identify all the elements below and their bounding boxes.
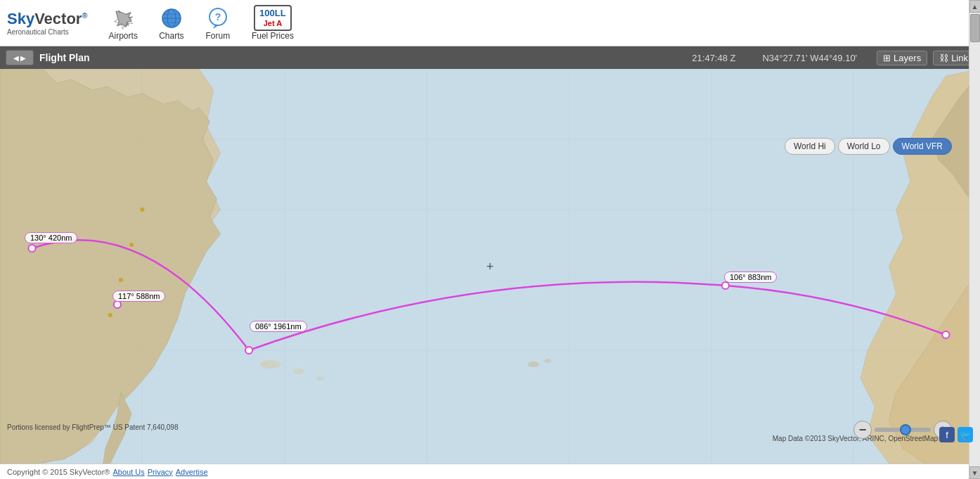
- nav-fuel[interactable]: 100LL Jet A Fuel Prices: [245, 3, 301, 44]
- layers-label: Layers: [894, 53, 921, 63]
- layers-icon: ⊞: [883, 53, 891, 63]
- privacy-link[interactable]: Privacy: [148, 468, 173, 476]
- fp-time: 21:47:48 Z: [692, 53, 735, 63]
- nav-forum[interactable]: ? Forum: [198, 3, 238, 44]
- svg-point-12: [316, 376, 324, 381]
- layer-world-hi-button[interactable]: World Hi: [785, 138, 835, 155]
- zoom-controls: − +: [853, 421, 952, 439]
- flightplan-bar: ◀ ▶ Flight Plan 21:47:48 Z N34°27.71' W4…: [0, 46, 980, 69]
- fuel-top: 100LL: [259, 8, 286, 19]
- nav-fuel-label: Fuel Prices: [252, 31, 294, 41]
- twitter-icon[interactable]: 🐦: [958, 427, 973, 442]
- nav-airports[interactable]: Airports: [102, 3, 145, 44]
- svg-text:?: ?: [215, 11, 221, 23]
- link-label: Link: [951, 53, 968, 63]
- scrollbar-down-button[interactable]: ▼: [969, 466, 981, 479]
- link-icon: ⛓: [939, 53, 948, 63]
- fp-title: Flight Plan: [39, 52, 686, 63]
- zoom-thumb[interactable]: [900, 424, 911, 435]
- nav-forum-label: Forum: [206, 31, 231, 41]
- nav-airports-label: Airports: [109, 31, 138, 41]
- fp-layers-button[interactable]: ⊞ Layers: [877, 51, 927, 65]
- zoom-out-button[interactable]: −: [853, 421, 872, 439]
- svg-point-26: [119, 278, 123, 282]
- nav-charts[interactable]: Charts: [152, 3, 191, 44]
- svg-point-30: [114, 301, 121, 308]
- map-layer-buttons: World Hi World Lo World VFR: [785, 138, 952, 155]
- advertise-link[interactable]: Advertise: [176, 468, 208, 476]
- facebook-icon[interactable]: f: [939, 427, 955, 442]
- logo-sub: Aeronautical Charts: [7, 28, 69, 36]
- fuel-bot: Jet A: [264, 19, 283, 28]
- svg-point-33: [942, 331, 949, 338]
- airplane-icon: [110, 6, 136, 31]
- fp-toggle-button[interactable]: ◀ ▶: [6, 50, 34, 65]
- svg-point-32: [722, 282, 729, 289]
- svg-point-28: [140, 207, 144, 212]
- svg-point-25: [129, 243, 134, 247]
- svg-point-14: [544, 359, 551, 363]
- scrollbar-up-button[interactable]: ▲: [969, 0, 981, 13]
- logo-area: SkyVector® Aeronautical Charts: [7, 10, 88, 36]
- globe-icon: [159, 6, 184, 31]
- logo-vector: Vector: [34, 10, 82, 27]
- svg-point-11: [293, 369, 304, 374]
- layer-world-vfr-button[interactable]: World VFR: [893, 138, 952, 155]
- header: SkyVector® Aeronautical Charts Airports: [0, 0, 980, 46]
- scrollbar: ▲ ▼: [969, 0, 980, 479]
- fuel-badge: 100LL Jet A: [254, 5, 292, 31]
- svg-point-13: [528, 362, 539, 367]
- logo-reg: ®: [82, 11, 87, 20]
- footer: Copyright © 2015 SkyVector® About Us Pri…: [0, 464, 980, 479]
- svg-point-27: [108, 313, 112, 317]
- logo-sky: Sky: [7, 10, 34, 27]
- scrollbar-thumb[interactable]: [970, 14, 980, 42]
- scrollbar-track[interactable]: [969, 13, 980, 466]
- about-us-link[interactable]: About Us: [112, 468, 144, 476]
- map-container[interactable]: 130° 420nm 117° 588nm 086° 1961nm 106° 8…: [0, 69, 980, 464]
- logo-text: SkyVector®: [7, 10, 88, 28]
- footer-copyright: Copyright © 2015 SkyVector®: [7, 468, 110, 476]
- fp-coords: N34°27.71' W44°49.10': [762, 53, 857, 63]
- social-icons: f 🐦: [939, 427, 973, 442]
- fuel-icon: 100LL Jet A: [260, 6, 285, 31]
- forum-icon: ?: [205, 6, 231, 31]
- zoom-slider[interactable]: [875, 428, 931, 432]
- svg-point-31: [245, 347, 252, 354]
- footer-left: Copyright © 2015 SkyVector® About Us Pri…: [7, 468, 208, 476]
- svg-point-10: [259, 360, 281, 369]
- map-svg: [0, 69, 980, 464]
- svg-marker-8: [213, 25, 219, 29]
- nav-charts-label: Charts: [159, 31, 183, 41]
- svg-point-29: [28, 245, 35, 252]
- layer-world-lo-button[interactable]: World Lo: [838, 138, 890, 155]
